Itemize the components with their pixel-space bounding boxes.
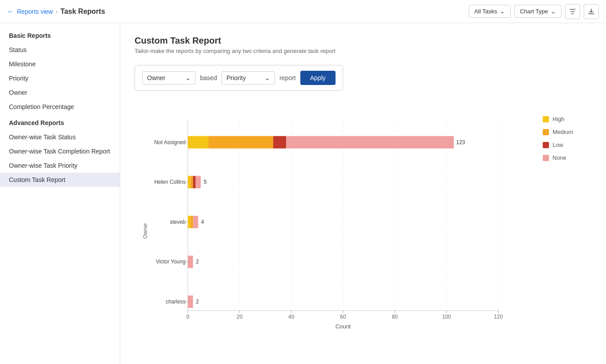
svg-rect-31 [273,136,286,149]
filter-button[interactable] [565,4,580,19]
chart-area: Owner 0 20 40 60 [135,107,534,339]
export-icon [588,8,595,15]
filter-row: Owner ⌄ based Priority ⌄ report Apply [135,65,343,91]
breadcrumb-separator: › [56,8,58,15]
svg-text:charless: charless [166,299,185,305]
svg-text:Count: Count [336,323,351,330]
svg-rect-46 [188,256,193,268]
main-layout: Basic Reports Status Milestone Priority … [0,23,606,364]
svg-text:2: 2 [196,259,199,265]
legend-none: None [543,154,592,161]
chart-container: Owner 0 20 40 60 [135,107,592,339]
sidebar-item-owner-status[interactable]: Owner-wise Task Status [0,130,120,144]
svg-text:Helen Collins: Helen Collins [154,179,185,185]
svg-rect-37 [193,176,196,188]
svg-text:80: 80 [392,314,398,320]
svg-text:Victor Young: Victor Young [156,259,186,265]
svg-text:60: 60 [340,314,346,320]
filter-icon [569,8,576,15]
svg-text:120: 120 [494,314,503,320]
svg-text:Not Assigned: Not Assigned [154,139,185,146]
advanced-reports-title: Advanced Reports [0,119,120,130]
chevron-down-icon: ⌄ [551,8,556,15]
chevron-down-icon: ⌄ [185,74,191,81]
svg-rect-43 [193,216,198,228]
low-color-swatch [543,142,549,148]
svg-text:Owner: Owner [142,223,148,239]
basic-reports-title: Basic Reports [0,32,120,43]
legend-high-label: High [553,116,565,122]
svg-rect-35 [188,176,190,188]
svg-text:steveb: steveb [170,219,186,225]
svg-text:4: 4 [201,219,204,225]
sidebar-item-completion[interactable]: Completion Percentage [0,100,120,114]
svg-text:100: 100 [442,314,451,320]
owner-select[interactable]: Owner ⌄ [142,71,196,85]
svg-rect-42 [190,216,193,228]
all-tasks-dropdown[interactable]: All Tasks ⌄ [469,5,511,18]
reports-view-link[interactable]: Reports view [17,8,53,15]
report-title: Custom Task Report [135,36,592,46]
svg-rect-41 [188,216,190,228]
based-label: based [200,74,217,81]
sidebar-item-priority[interactable]: Priority [0,71,120,85]
svg-text:20: 20 [237,314,243,320]
legend-medium-label: Medium [553,129,573,135]
chart-type-dropdown[interactable]: Chart Type ⌄ [514,5,561,18]
svg-rect-49 [188,295,193,308]
svg-rect-32 [286,136,454,149]
medium-color-swatch [543,129,549,135]
breadcrumb: ← Reports view › Task Reports [7,8,105,16]
svg-rect-36 [190,176,193,188]
header-actions: All Tasks ⌄ Chart Type ⌄ [469,4,599,19]
legend-low-label: Low [553,142,563,148]
advanced-reports-section: Advanced Reports Owner-wise Task Status … [0,119,120,187]
basic-reports-section: Basic Reports Status Milestone Priority … [0,32,120,114]
chart-legend: High Medium Low None [543,107,592,339]
svg-text:40: 40 [288,314,295,320]
svg-text:5: 5 [204,179,207,185]
sidebar: Basic Reports Status Milestone Priority … [0,23,120,364]
sidebar-item-status[interactable]: Status [0,43,120,57]
report-subtitle: Tailor-make the reports by comparing any… [135,48,592,54]
svg-rect-38 [196,176,201,188]
chevron-down-icon: ⌄ [500,8,505,15]
apply-button[interactable]: Apply [300,71,336,85]
sidebar-item-owner-priority[interactable]: Owner-wise Task Priority [0,158,120,173]
svg-text:0: 0 [186,314,189,320]
header: ← Reports view › Task Reports All Tasks … [0,0,606,23]
export-button[interactable] [584,4,599,19]
back-button[interactable]: ← [7,8,14,16]
main-content: Custom Task Report Tailor-make the repor… [120,23,606,364]
svg-text:2: 2 [196,299,199,305]
priority-select[interactable]: Priority ⌄ [221,71,275,85]
chevron-down-icon: ⌄ [265,74,270,81]
svg-rect-29 [188,136,208,149]
legend-high: High [543,116,592,122]
bar-chart: Owner 0 20 40 60 [135,107,534,337]
page-title: Task Reports [61,8,105,16]
sidebar-item-milestone[interactable]: Milestone [0,57,120,71]
sidebar-item-owner[interactable]: Owner [0,85,120,100]
sidebar-item-custom-task[interactable]: Custom Task Report [0,173,120,187]
legend-low: Low [543,142,592,148]
high-color-swatch [543,116,549,122]
svg-rect-30 [209,136,273,149]
legend-none-label: None [553,154,566,161]
sidebar-item-owner-completion[interactable]: Owner-wise Task Completion Report [0,144,120,158]
legend-medium: Medium [543,129,592,135]
none-color-swatch [543,155,549,161]
svg-text:123: 123 [456,139,465,146]
report-label: report [279,74,296,81]
